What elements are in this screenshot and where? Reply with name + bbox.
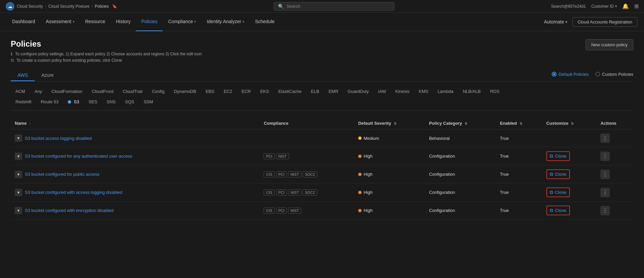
severity-value-row4: High <box>358 190 421 195</box>
search-input[interactable] <box>286 4 390 9</box>
col-customize-label: Customize <box>546 121 569 126</box>
expand-btn-row3[interactable]: ▼ <box>15 171 22 178</box>
breadcrumb-current: Policies <box>95 4 109 9</box>
service-tag-elb[interactable]: ELB <box>306 87 324 96</box>
tab-azure[interactable]: Azure <box>35 70 60 81</box>
col-enabled[interactable]: Enabled ⇅ <box>496 117 542 129</box>
nav-schedule[interactable]: Schedule <box>250 13 280 31</box>
col-actions-label: Actions <box>600 121 616 126</box>
nav-identity-analyzer[interactable]: Identity Analyzer ▾ <box>201 13 250 31</box>
expand-btn-row1[interactable]: ▼ <box>15 134 22 142</box>
nav-history[interactable]: History <box>111 13 136 31</box>
info-rows: ℹ To configure policy settings, 1) Expan… <box>11 51 202 63</box>
severity-value-row3: High <box>358 172 421 177</box>
nav-policies[interactable]: Policies <box>136 13 163 31</box>
actions-menu-btn-row3[interactable]: ⋮ <box>600 170 610 179</box>
service-tag-acm[interactable]: ACM <box>11 87 30 96</box>
actions-menu-btn-row2[interactable]: ⋮ <box>600 152 610 161</box>
policy-link-row1[interactable]: S3 bucket access logging disabled <box>25 136 92 141</box>
cloud-accounts-button[interactable]: Cloud Accounts Registration <box>573 17 637 27</box>
expand-btn-row2[interactable]: ▼ <box>15 153 22 160</box>
expand-btn-row4[interactable]: ▼ <box>15 189 22 196</box>
actions-menu-btn-row5[interactable]: ⋮ <box>600 206 610 215</box>
col-severity[interactable]: Default Severity ⇅ <box>354 117 425 129</box>
apps-icon[interactable]: ⊞ <box>634 3 639 9</box>
col-customize[interactable]: Customize ⇅ <box>542 117 596 129</box>
breadcrumb-cloud-security[interactable]: Cloud Security <box>17 4 43 9</box>
service-tag-any[interactable]: Any <box>30 87 47 96</box>
actions-menu-btn-row4[interactable]: ⋮ <box>600 188 610 197</box>
col-name[interactable]: Name ↑ <box>11 117 260 129</box>
service-tag-lambda[interactable]: Lambda <box>433 87 458 96</box>
default-policies-radio[interactable]: Default Policies <box>552 72 589 77</box>
service-tag-kinesis[interactable]: Kinesis <box>391 87 414 96</box>
service-tag-ecr[interactable]: ECR <box>237 87 255 96</box>
service-tag-cloudfront[interactable]: CloudFront <box>87 87 118 96</box>
service-tag-iam[interactable]: IAM <box>373 87 390 96</box>
service-tag-ses[interactable]: SES <box>84 97 102 106</box>
policy-link-row4[interactable]: S3 bucket configured with access logging… <box>25 190 122 195</box>
new-custom-policy-button[interactable]: New custom policy <box>586 39 633 50</box>
breadcrumb-posture[interactable]: Cloud Security Posture <box>48 4 90 9</box>
policy-type-selector: Default Policies Custom Policies <box>552 72 633 79</box>
service-tag-config[interactable]: Config <box>147 87 169 96</box>
automate-button[interactable]: Automate ▾ <box>544 19 567 24</box>
service-tag-sqs[interactable]: SQS <box>120 97 139 106</box>
compliance-cell-row3: CISPCINISTSOC2 <box>260 165 354 183</box>
category-cell-row4: Configuration <box>425 183 496 202</box>
service-tag-guardduty[interactable]: GuardDuty <box>343 87 374 96</box>
compliance-badge: CIS <box>264 189 274 196</box>
clone-btn-row3[interactable]: ⧉ Clone <box>547 170 569 178</box>
service-tag-kms[interactable]: KMS <box>414 87 433 96</box>
service-tag-ssm[interactable]: SSM <box>139 97 158 106</box>
nav-assessment[interactable]: Assessment ▾ <box>41 13 80 31</box>
service-tag-eks[interactable]: EKS <box>256 87 274 96</box>
service-tag-nlb_alb[interactable]: NLB/ALB <box>458 87 485 96</box>
actions-menu-btn-row1[interactable]: ⋮ <box>600 133 610 143</box>
service-tag-dynamodb[interactable]: DynamoDB <box>169 87 201 96</box>
policy-link-row2[interactable]: S3 bucket configured for any authenticat… <box>25 154 132 159</box>
service-tag-ebs[interactable]: EBS <box>201 87 219 96</box>
service-tag-sns[interactable]: SNS <box>102 97 120 106</box>
nav-compliance[interactable]: Compliance ▾ <box>163 13 201 31</box>
notifications-icon[interactable]: 🔔 <box>622 3 629 9</box>
table-header-row: Name ↑ Compliance Default Severity ⇅ Pol… <box>11 117 633 129</box>
service-tag-route53[interactable]: Route 53 <box>36 97 63 106</box>
severity-text-row3: High <box>364 172 373 177</box>
service-tag-ec2[interactable]: EC2 <box>219 87 237 96</box>
clone-btn-row5[interactable]: ⧉ Clone <box>547 206 569 215</box>
clone-btn-row4[interactable]: ⧉ Clone <box>547 188 569 197</box>
nav-resource[interactable]: Resource <box>80 13 111 31</box>
service-tag-cloudformation[interactable]: CloudFormation <box>47 87 87 96</box>
service-tag-emr[interactable]: EMR <box>324 87 343 96</box>
service-tags: ACMAnyCloudFormationCloudFrontCloudTrail… <box>11 87 633 111</box>
tab-aws[interactable]: AWS <box>11 70 35 81</box>
table-header: Name ↑ Compliance Default Severity ⇅ Pol… <box>11 117 633 129</box>
custom-policies-radio[interactable]: Custom Policies <box>595 72 633 77</box>
enabled-cell-row4: True <box>496 183 542 202</box>
service-tag-elasticache[interactable]: ElastiCache <box>274 87 306 96</box>
clone-btn-row2[interactable]: ⧉ Clone <box>547 152 569 160</box>
topbar-right: Search@807e24d1 Customer ID ▾ 🔔 ⊞ <box>551 3 639 9</box>
badges-row5: CISPCINIST <box>264 208 350 214</box>
nav-items: Dashboard Assessment ▾ Resource History … <box>7 13 280 31</box>
service-tag-redshift[interactable]: Redshift <box>11 97 36 106</box>
service-tag-rds[interactable]: RDS <box>485 87 504 96</box>
severity-cell-row1: Medium <box>354 129 425 147</box>
search-icon: 🔍 <box>278 4 284 9</box>
policy-link-row3[interactable]: S3 bucket configured for public access <box>25 172 100 177</box>
customize-cell-row1 <box>542 129 596 147</box>
policy-link-row5[interactable]: S3 bucket configured with encryption dis… <box>25 208 114 213</box>
bookmark-icon[interactable]: 🔖 <box>112 4 117 9</box>
service-tag-cloudtrail[interactable]: CloudTrail <box>118 87 147 96</box>
severity-text-row2: High <box>364 154 373 159</box>
customer-id-selector[interactable]: Customer ID ▾ <box>591 4 617 9</box>
col-category[interactable]: Policy Category ⇅ <box>425 117 496 129</box>
info-row-1: ℹ To configure policy settings, 1) Expan… <box>11 51 202 56</box>
service-tag-s3[interactable]: S3 <box>63 97 84 106</box>
nav-dashboard[interactable]: Dashboard <box>7 13 41 31</box>
search-bar[interactable]: 🔍 <box>274 2 394 11</box>
expand-btn-row5[interactable]: ▼ <box>15 207 22 214</box>
navbar: Dashboard Assessment ▾ Resource History … <box>0 13 644 31</box>
compliance-badge: PCI <box>276 189 287 196</box>
